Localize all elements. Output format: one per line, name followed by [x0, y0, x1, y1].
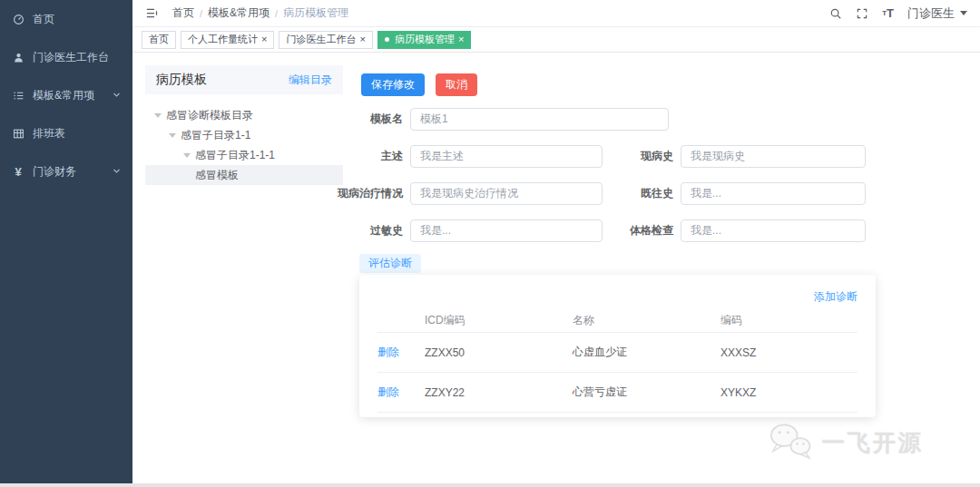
sidebar-item-doctor-workbench[interactable]: 门诊医生工作台 — [0, 38, 132, 76]
breadcrumb-separator: / — [275, 8, 278, 19]
delete-link[interactable]: 删除 — [377, 385, 425, 400]
delete-link[interactable]: 删除 — [377, 345, 425, 360]
yen-icon: ¥ — [12, 165, 24, 178]
sidebar-item-label: 门诊财务 — [33, 164, 76, 180]
past-history-input[interactable] — [681, 182, 866, 205]
allergy-history-input[interactable] — [410, 219, 603, 242]
main-content: 病历模板 编辑目录 感冒诊断模板目录 感冒子目录1-1 感冒子目录1-1-1 感… — [132, 53, 980, 483]
allergy-history-label: 过敏史 — [272, 223, 410, 239]
diagnosis-card: 添加诊断 ICD编码 名称 编码 删除 ZZXX50 心虚血少证 XXXSZ 删… — [359, 275, 876, 417]
tree-node-label: 感冒模板 — [195, 168, 239, 183]
tab-doctor-workbench[interactable]: 门诊医生工作台 × — [279, 31, 372, 49]
watermark: 一飞开源 — [766, 420, 924, 465]
sidebar-item-label: 排班表 — [33, 126, 65, 141]
sidebar-item-templates[interactable]: 模板&常用项 — [0, 76, 132, 114]
tree-caret-icon[interactable] — [169, 133, 176, 138]
chevron-down-icon — [113, 165, 121, 178]
physical-exam-input[interactable] — [681, 219, 866, 242]
tags-view-bar: 首页 个人工作量统计 × 门诊医生工作台 × 病历模板管理 × — [132, 27, 980, 53]
wechat-logo-icon — [766, 420, 815, 465]
cell-icd: ZZXY22 — [425, 386, 573, 399]
sidebar-item-label: 模板&常用项 — [33, 88, 94, 103]
topbar-actions: TT 门诊医生 — [829, 5, 967, 22]
form-row-allergy-physical: 过敏史 体格检查 — [272, 219, 866, 242]
sidebar-item-schedule[interactable]: 排班表 — [0, 114, 132, 152]
user-icon — [12, 51, 24, 63]
horizontal-scrollbar[interactable] — [0, 483, 980, 487]
tab-diagnosis[interactable]: 评估诊断 — [359, 254, 421, 273]
table-row: 删除 ZZXX50 心虚血少证 XXXSZ — [377, 333, 858, 373]
physical-exam-label: 体格检查 — [603, 223, 681, 239]
fullscreen-icon[interactable] — [856, 7, 868, 20]
save-button[interactable]: 保存修改 — [361, 73, 425, 96]
tab-label: 门诊医生工作台 — [286, 33, 356, 46]
table-icon — [12, 127, 24, 140]
tab-personal-workload[interactable]: 个人工作量统计 × — [181, 31, 274, 49]
cell-name: 心虚血少证 — [573, 345, 720, 360]
tab-home[interactable]: 首页 — [142, 31, 176, 49]
close-icon[interactable]: × — [359, 34, 365, 44]
tab-label: 首页 — [149, 33, 169, 46]
caret-down-icon — [960, 11, 967, 15]
topbar: 首页 / 模板&常用项 / 病历模板管理 TT 门诊医生 — [132, 0, 980, 27]
sidebar-item-label: 门诊医生工作台 — [33, 50, 109, 65]
present-treatment-input[interactable] — [410, 182, 603, 205]
sidebar: 首页 门诊医生工作台 模板&常用项 — [0, 0, 132, 483]
hamburger-icon[interactable] — [145, 6, 160, 21]
active-dot — [385, 37, 389, 42]
search-icon[interactable] — [829, 7, 842, 20]
sidebar-item-finance[interactable]: ¥ 门诊财务 — [0, 152, 132, 190]
cancel-button[interactable]: 取消 — [436, 73, 477, 96]
close-icon[interactable]: × — [261, 34, 267, 44]
font-size-icon[interactable]: TT — [882, 7, 894, 19]
header-icd: ICD编码 — [425, 313, 573, 328]
edit-directory-link[interactable]: 编辑目录 — [289, 73, 332, 88]
panel-title: 病历模板 — [156, 72, 207, 88]
tree-caret-icon[interactable] — [154, 113, 162, 118]
breadcrumb-separator: / — [200, 8, 202, 19]
sidebar-item-label: 首页 — [33, 12, 54, 27]
tree-node-label: 感冒子目录1-1-1 — [195, 148, 275, 163]
present-treatment-label: 现病治疗情况 — [272, 186, 410, 201]
chief-complaint-label: 主述 — [272, 149, 410, 164]
tab-label: 病历模板管理 — [395, 33, 455, 46]
tree-caret-icon[interactable] — [183, 153, 191, 158]
user-dropdown[interactable]: 门诊医生 — [907, 5, 967, 22]
tree-node-label: 感冒子目录1-1 — [181, 128, 250, 143]
add-diagnosis-link[interactable]: 添加诊断 — [814, 289, 858, 305]
tree-node-label: 感冒诊断模板目录 — [166, 108, 253, 123]
template-name-input[interactable] — [410, 108, 669, 131]
header-code: 编码 — [720, 313, 858, 328]
cell-code: XXXSZ — [720, 346, 858, 359]
editor-actions: 保存修改 取消 — [361, 73, 477, 96]
cell-name: 心营亏虚证 — [573, 385, 720, 400]
present-illness-input[interactable] — [681, 145, 866, 168]
past-history-label: 既往史 — [603, 186, 681, 201]
sidebar-item-home[interactable]: 首页 — [0, 0, 132, 38]
chevron-down-icon — [113, 89, 121, 102]
breadcrumb: 首页 / 模板&常用项 / 病历模板管理 — [172, 5, 348, 21]
table-row: 删除 ZZXY22 心营亏虚证 XYKXZ — [377, 373, 858, 413]
tab-template-management[interactable]: 病历模板管理 × — [377, 31, 471, 49]
diagnosis-table: ICD编码 名称 编码 删除 ZZXX50 心虚血少证 XXXSZ 删除 ZZX… — [377, 309, 858, 413]
list-icon — [12, 89, 24, 102]
dashboard-icon — [12, 13, 24, 25]
template-name-label: 模板名 — [272, 112, 410, 127]
template-panel-header: 病历模板 编辑目录 — [145, 65, 343, 94]
table-header-row: ICD编码 名称 编码 — [377, 309, 858, 333]
present-illness-label: 现病史 — [603, 149, 681, 164]
user-name: 门诊医生 — [907, 5, 955, 22]
header-name: 名称 — [573, 313, 720, 328]
app-root: 首页 门诊医生工作台 模板&常用项 — [0, 0, 980, 487]
tab-label: 个人工作量统计 — [188, 33, 258, 46]
cell-code: XYKXZ — [720, 386, 858, 399]
breadcrumb-item-templates[interactable]: 模板&常用项 — [208, 5, 270, 21]
breadcrumb-item-current: 病历模板管理 — [283, 5, 348, 21]
watermark-text: 一飞开源 — [822, 428, 924, 458]
chief-complaint-input[interactable] — [410, 145, 603, 168]
form-row-treatment-past: 现病治疗情况 既往史 — [272, 182, 866, 205]
form-row-template-name: 模板名 — [272, 108, 669, 131]
breadcrumb-item-home[interactable]: 首页 — [172, 5, 194, 21]
cell-icd: ZZXX50 — [425, 346, 573, 359]
close-icon[interactable]: × — [458, 34, 464, 44]
